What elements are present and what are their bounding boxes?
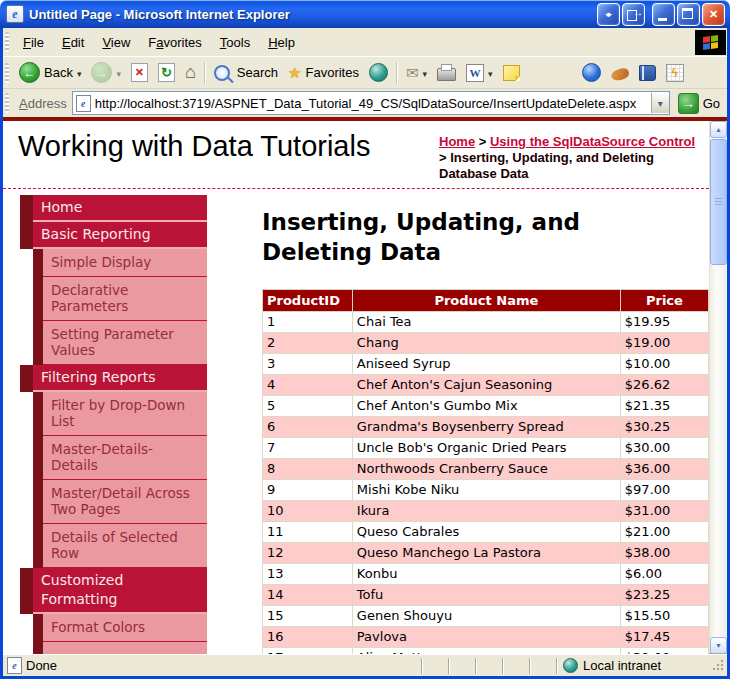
price-cell: $30.25 <box>620 417 708 438</box>
title-bar[interactable]: Untitled Page - Microsoft Internet Explo… <box>0 0 730 28</box>
price-cell: $21.00 <box>620 522 708 543</box>
related-button[interactable] <box>606 63 634 82</box>
refresh-icon <box>158 63 175 82</box>
mail-button[interactable] <box>401 62 432 84</box>
sidebar-item-simple-display[interactable]: Simple Display <box>20 249 207 277</box>
research-button[interactable] <box>634 63 661 83</box>
sidebar-accent-block <box>20 365 33 392</box>
price-cell: $15.50 <box>620 606 708 627</box>
price-cell: $19.95 <box>620 312 708 333</box>
web-page: Working with Data Tutorials Home > Using… <box>3 121 709 654</box>
sidebar-item-filter-by-drop-down-list[interactable]: Filter by Drop-Down List <box>20 392 207 436</box>
menubar-grip-handle[interactable] <box>5 32 9 52</box>
menu-help[interactable]: Help <box>259 32 304 53</box>
home-button[interactable] <box>180 60 201 85</box>
search-button[interactable]: Search <box>209 63 283 83</box>
back-button[interactable]: Back <box>14 60 86 85</box>
product-id-cell: 5 <box>263 396 353 417</box>
table-row: 3Aniseed Syrup$10.00 <box>263 354 709 375</box>
sidebar-item-details-of-selected-row[interactable]: Details of Selected Row <box>20 524 207 568</box>
sidebar-accent-strip <box>33 480 43 524</box>
address-dropdown-button[interactable] <box>651 93 669 113</box>
toolbar-buttons: BackSearchFavorites <box>14 60 727 85</box>
toolbar-grip-handle[interactable] <box>5 63 9 83</box>
sidebar-item-master-details-details[interactable]: Master-Details-Details <box>20 436 207 480</box>
breadcrumb-link-home[interactable]: Home <box>439 134 475 149</box>
sidebar-item-label: Home <box>33 195 207 222</box>
ie-app-icon <box>6 5 24 23</box>
product-name-cell: Chef Anton's Cajun Seasoning <box>352 375 620 396</box>
menu-favorites[interactable]: Favorites <box>139 32 210 53</box>
scroll-down-button[interactable] <box>710 637 727 654</box>
site-title: Working with Data Tutorials <box>18 130 431 182</box>
sidebar-section-filtering-reports[interactable]: Filtering Reports <box>20 365 207 392</box>
address-input[interactable]: http://localhost:3719/ASPNET_Data_Tutori… <box>72 91 670 115</box>
messenger-button[interactable] <box>577 61 606 84</box>
sidebar-accent-strip <box>33 249 43 277</box>
price-cell: $21.35 <box>620 396 708 417</box>
minimize-icon[interactable] <box>652 3 675 26</box>
table-row: 16Pavlova$17.45 <box>263 627 709 648</box>
resize-grip[interactable] <box>711 658 725 673</box>
vertical-scrollbar[interactable] <box>709 121 727 654</box>
sidebar-accent-strip <box>33 642 43 654</box>
menu-file[interactable]: File <box>14 32 53 53</box>
price-cell: $10.00 <box>620 354 708 375</box>
sidebar-indent <box>20 277 33 321</box>
product-id-cell: 7 <box>263 438 353 459</box>
product-id-cell: 17 <box>263 648 353 655</box>
notes-button[interactable] <box>498 63 525 83</box>
sidebar-section-home[interactable]: Home <box>20 195 207 222</box>
product-id-cell: 1 <box>263 312 353 333</box>
url-text[interactable]: http://localhost:3719/ASPNET_Data_Tutori… <box>95 96 647 111</box>
table-row: 10Ikura$31.00 <box>263 501 709 522</box>
sidebar-section-customized-formatting[interactable]: Customized Formatting <box>20 568 207 614</box>
sidebar-item-master-detail-across-two-pages[interactable]: Master/Detail Across Two Pages <box>20 480 207 524</box>
scrollbar-track[interactable] <box>710 266 727 637</box>
binary-addon-button[interactable] <box>661 62 689 84</box>
stop-button[interactable] <box>126 61 153 84</box>
favorites-button[interactable]: Favorites <box>283 62 364 84</box>
scroll-up-button[interactable] <box>710 121 727 138</box>
dropdown-arrow-icon <box>423 65 428 80</box>
menu-view[interactable]: View <box>93 32 139 53</box>
breadcrumb-link-using-the-sqldatasource-control[interactable]: Using the SqlDataSource Control <box>490 134 695 149</box>
close-icon[interactable] <box>702 3 725 26</box>
price-cell: $31.00 <box>620 501 708 522</box>
favorites-icon <box>288 64 301 82</box>
sidebar-item-label: Customized Formatting <box>33 568 207 614</box>
sidebar-item-setting-parameter-values[interactable]: Setting Parameter Values <box>20 321 207 365</box>
price-cell: $38.00 <box>620 543 708 564</box>
sidebar-item-item[interactable] <box>20 642 207 654</box>
status-bar: Done Local intranet <box>3 654 727 676</box>
sidebar-item-format-colors[interactable]: Format Colors <box>20 614 207 642</box>
address-bar: Address http://localhost:3719/ASPNET_Dat… <box>3 88 727 117</box>
scrollbar-thumb[interactable] <box>710 139 727 265</box>
dropdown-arrow-icon <box>488 65 493 80</box>
forward-button[interactable] <box>86 60 126 85</box>
print-button[interactable] <box>432 62 461 83</box>
sidebar-accent-strip <box>33 524 43 568</box>
windows-logo <box>695 30 726 55</box>
sidebar-item-declarative-parameters[interactable]: Declarative Parameters <box>20 277 207 321</box>
page-title: Inserting, Updating, and Deleting Data <box>262 207 632 267</box>
history-button[interactable] <box>364 61 393 84</box>
product-name-cell: Mishi Kobe Niku <box>352 480 620 501</box>
menu-edit[interactable]: Edit <box>53 32 93 53</box>
maximize-icon[interactable] <box>677 3 700 26</box>
table-row: 5Chef Anton's Gumbo Mix$21.35 <box>263 396 709 417</box>
refresh-button[interactable] <box>153 61 180 84</box>
addressbar-grip-handle[interactable] <box>5 93 9 113</box>
edit-with-word-button[interactable] <box>461 62 498 84</box>
price-cell: $17.45 <box>620 627 708 648</box>
history-icon <box>369 63 388 82</box>
go-label: Go <box>703 96 720 111</box>
search-label: Search <box>237 65 278 80</box>
go-button[interactable]: Go <box>675 93 723 114</box>
undock-icon[interactable] <box>622 3 645 26</box>
split-view-icon[interactable] <box>597 3 620 26</box>
sidebar-section-basic-reporting[interactable]: Basic Reporting <box>20 222 207 249</box>
sidebar-accent-strip <box>33 614 43 642</box>
go-arrow-icon <box>678 93 699 114</box>
menu-tools[interactable]: Tools <box>211 32 259 53</box>
